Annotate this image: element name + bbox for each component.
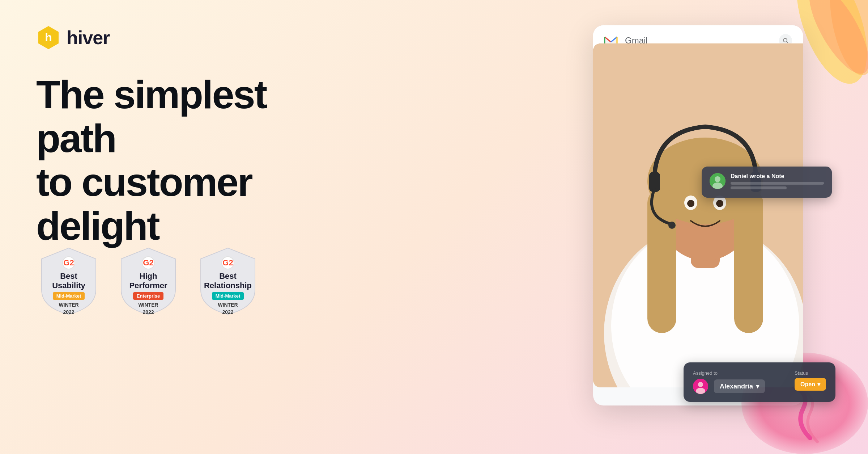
badge-title-2: HighPerformer — [129, 272, 167, 291]
svg-point-18 — [716, 200, 723, 207]
badge-subtitle-2: Enterprise — [133, 292, 163, 300]
g2-logo-2: G2 — [142, 256, 155, 269]
awards-badges-area: G2 BestUsability Mid-Market WINTER2022 G… — [36, 246, 260, 315]
badge-season-3: WINTER2022 — [204, 302, 252, 316]
assignee-name-button[interactable]: Alexandria ▾ — [714, 379, 765, 393]
assigned-to-label: Assigned to — [693, 370, 765, 376]
badge-subtitle-1: Mid-Market — [53, 292, 85, 300]
headline-text: The simplest path to customer delight — [36, 72, 318, 248]
badge-best-relationship: G2 BestRelationship Mid-Market WINTER202… — [195, 246, 260, 315]
assignee-avatar — [693, 379, 708, 394]
assignment-card: Assigned to Alexandria ▾ — [684, 362, 835, 402]
gmail-card: Gmail + Compose Howard Wallace to me — [593, 25, 803, 405]
search-icon — [783, 38, 788, 43]
svg-point-17 — [687, 200, 694, 207]
status-button[interactable]: Open ▾ — [795, 378, 826, 391]
svg-rect-14 — [734, 188, 763, 333]
status-value: Open — [800, 381, 815, 388]
badge-subtitle-3: Mid-Market — [212, 292, 244, 300]
svg-point-1 — [822, 0, 868, 79]
status-chevron-icon: ▾ — [817, 381, 820, 388]
note-line-2 — [731, 186, 787, 189]
badge-season-2: WINTER2022 — [129, 302, 167, 316]
svg-point-26 — [698, 382, 703, 387]
gmail-mockup-container: Gmail + Compose Howard Wallace to me — [571, 14, 825, 431]
customer-service-photo — [593, 43, 803, 387]
assignee-row: Alexandria ▾ — [693, 379, 765, 394]
note-text-content: Daniel wrote a Note — [731, 173, 824, 191]
assignee-name: Alexandria — [720, 383, 753, 390]
svg-text:h: h — [45, 31, 52, 44]
status-label: Status — [795, 370, 826, 376]
badge-best-usability: G2 BestUsability Mid-Market WINTER2022 — [36, 246, 101, 315]
svg-line-6 — [787, 42, 788, 43]
svg-point-5 — [783, 38, 787, 42]
badge-title-1: BestUsability — [52, 272, 85, 291]
note-line-1 — [731, 182, 824, 185]
badge-season-1: WINTER2022 — [52, 302, 85, 316]
svg-point-23 — [715, 176, 720, 182]
logo-text: hiver — [67, 27, 110, 49]
assigned-to-section: Assigned to Alexandria ▾ — [693, 370, 765, 394]
g2-logo-1: G2 — [62, 256, 75, 269]
g2-logo-3: G2 — [221, 256, 234, 269]
badge-title-3: BestRelationship — [204, 272, 252, 291]
badge-high-performer: G2 HighPerformer Enterprise WINTER2022 — [116, 246, 181, 315]
logo-area: h hiver — [36, 25, 110, 50]
dropdown-chevron-icon: ▾ — [756, 382, 759, 390]
hiver-logo-icon: h — [36, 25, 61, 50]
note-title: Daniel wrote a Note — [731, 173, 824, 180]
daniel-note-card: Daniel wrote a Note — [702, 167, 832, 198]
daniel-avatar — [710, 173, 726, 189]
headline-block: The simplest path to customer delight — [36, 72, 318, 248]
svg-point-21 — [668, 222, 676, 229]
status-section: Status Open ▾ — [795, 370, 826, 391]
